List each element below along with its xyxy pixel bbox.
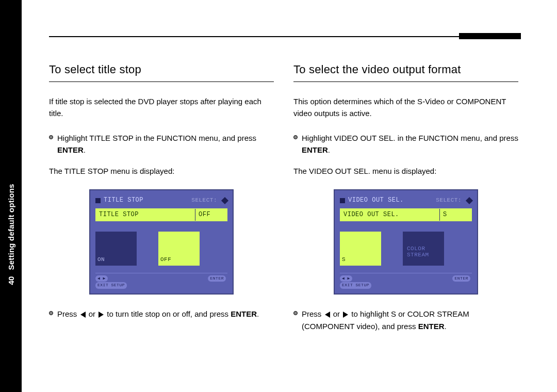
right-arrow-icon [343, 312, 348, 318]
osd-options: ON OFF [95, 228, 227, 270]
right-arrow-icon [99, 312, 104, 318]
osd-footer-left: ◀ ▶ EXIT SETUP [95, 275, 128, 290]
osd-header: VIDEO OUT SEL. SELECT: [340, 195, 472, 205]
osd-footer: ◀ ▶ EXIT SETUP ENTER [95, 273, 227, 290]
osd-title: VIDEO OUT SEL. [348, 195, 433, 205]
header-rule [49, 36, 518, 37]
page-content: To select title stop If title stop is se… [49, 36, 521, 377]
osd-selected-row: VIDEO OUT SEL. S [340, 208, 472, 221]
bullet-icon [49, 311, 53, 315]
manual-page: 40Setting default options To select titl… [0, 0, 557, 392]
bullet-icon [293, 311, 298, 315]
step-text: Highlight VIDEO OUT SEL. in the FUNCTION… [302, 132, 518, 156]
diamond-icon [466, 197, 473, 204]
step-text: Highlight TITLE STOP in the FUNCTION men… [57, 132, 274, 156]
displayed-text: The TITLE STOP menu is displayed: [49, 165, 274, 177]
osd-option-off: OFF [158, 232, 200, 266]
osd-footer-right: ENTER [208, 275, 227, 290]
diamond-icon [221, 197, 228, 204]
intro-text: If title stop is selected the DVD player… [49, 95, 274, 120]
osd-selected-row: TITLE STOP OFF [95, 208, 227, 221]
osd-select-label: SELECT: [436, 196, 462, 205]
step-text: Press or to turn title stop on or off, a… [57, 308, 259, 320]
osd-menu: TITLE STOP SELECT: TITLE STOP OFF ON [89, 189, 234, 295]
osd-header: TITLE STOP SELECT: [95, 195, 227, 205]
heading-title-stop: To select title stop [49, 61, 274, 82]
osd-footer-right: ENTER [452, 275, 472, 290]
osd-option-on: ON [95, 232, 137, 266]
step-highlight-video-out: Highlight VIDEO OUT SEL. in the FUNCTION… [293, 132, 518, 156]
intro-text: This option determines which of the S-Vi… [293, 95, 518, 120]
page-spine: 40Setting default options [0, 0, 22, 392]
osd-select-label: SELECT: [191, 196, 217, 205]
header-tab [459, 33, 521, 39]
step-highlight-title-stop: Highlight TITLE STOP in the FUNCTION men… [49, 132, 274, 156]
step-press-arrows: Press or to highlight S or COLOR STREAM … [293, 308, 518, 332]
osd-footer: ◀ ▶ EXIT SETUP ENTER [340, 273, 472, 290]
left-arrow-icon [80, 312, 86, 318]
columns: To select title stop If title stop is se… [49, 61, 518, 341]
osd-option-s: S [340, 232, 381, 266]
step-press-arrows: Press or to turn title stop on or off, a… [49, 308, 274, 320]
left-arrow-icon [325, 312, 330, 318]
osd-footer-left: ◀ ▶ EXIT SETUP [340, 275, 373, 290]
spine-label: 40Setting default options [7, 184, 15, 285]
displayed-text: The VIDEO OUT SEL. menu is displayed: [293, 165, 518, 177]
osd-row-label: VIDEO OUT SEL. [340, 209, 439, 221]
osd-screenshot-video-out: VIDEO OUT SEL. SELECT: VIDEO OUT SEL. S … [293, 189, 518, 295]
osd-row-value: S [439, 209, 471, 221]
square-icon [95, 198, 101, 203]
pane-label: COLOR STREAM [407, 246, 429, 258]
osd-title: TITLE STOP [104, 195, 188, 205]
page-number: 40 [7, 276, 15, 285]
heading-video-output: To select the video output format [293, 61, 518, 82]
bullet-icon [293, 135, 298, 139]
osd-row-label: TITLE STOP [96, 209, 195, 221]
osd-menu: VIDEO OUT SEL. SELECT: VIDEO OUT SEL. S … [334, 189, 478, 295]
bullet-icon [49, 135, 53, 139]
osd-option-color-stream: COLOR STREAM [403, 232, 444, 266]
step-text: Press or to highlight S or COLOR STREAM … [302, 308, 518, 332]
section-title: Setting default options [7, 184, 15, 270]
osd-row-value: OFF [195, 209, 227, 221]
square-icon [340, 198, 345, 203]
osd-screenshot-title-stop: TITLE STOP SELECT: TITLE STOP OFF ON [49, 189, 274, 295]
column-left: To select title stop If title stop is se… [49, 61, 274, 341]
osd-options: S COLOR STREAM [340, 228, 472, 270]
column-right: To select the video output format This o… [293, 61, 518, 341]
